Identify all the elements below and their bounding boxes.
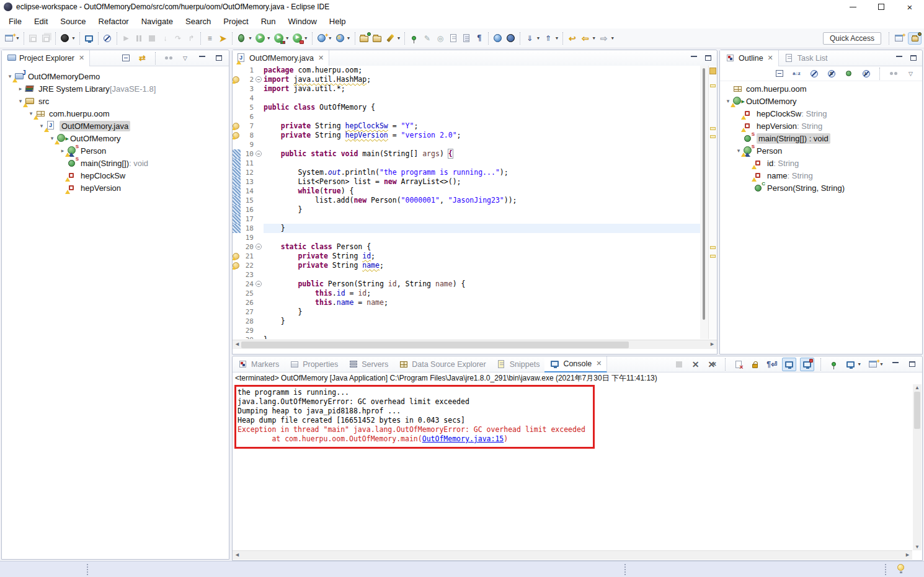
outline-minimize-button[interactable] bbox=[894, 53, 904, 63]
show-stdout-button[interactable] bbox=[782, 358, 796, 371]
menu-item-navigate[interactable]: Navigate bbox=[135, 15, 179, 28]
maximize-button[interactable] bbox=[867, 0, 895, 14]
last-edit-location-button[interactable]: ↩ bbox=[566, 32, 579, 45]
fold-collapse-icon[interactable] bbox=[255, 281, 262, 287]
scroll-right-icon[interactable]: ► bbox=[905, 552, 910, 558]
explorer-item-hepclocksw[interactable]: hepClockSw bbox=[2, 169, 229, 182]
web-services-button[interactable]: S▼ bbox=[334, 32, 352, 45]
clear-console-button[interactable] bbox=[732, 358, 745, 371]
tab-editor-outofmemory-java[interactable]: J OutOfMemory.java ✕ bbox=[233, 50, 329, 66]
code-line-29[interactable]: 29 bbox=[233, 326, 700, 335]
code-line-21[interactable]: 21 private String id; bbox=[233, 252, 700, 261]
code-line-2[interactable]: 2import java.util.HashMap; bbox=[233, 75, 700, 84]
scroll-up-icon[interactable]: ▲ bbox=[915, 385, 920, 390]
hide-non-public-button[interactable] bbox=[842, 68, 855, 80]
search-button[interactable]: ▼ bbox=[384, 32, 402, 45]
code-line-10[interactable]: 10 public static void main(String[] args… bbox=[233, 149, 700, 159]
user-account-button[interactable]: ▼ bbox=[58, 32, 77, 45]
dropdown-arrow-icon[interactable]: ▼ bbox=[285, 36, 290, 40]
save-button[interactable] bbox=[27, 32, 40, 45]
dropdown-arrow-icon[interactable]: ▼ bbox=[857, 362, 861, 366]
collapse-all-button[interactable] bbox=[119, 52, 132, 64]
code-line-16[interactable]: 16 } bbox=[233, 205, 700, 214]
code-line-11[interactable]: 11 bbox=[233, 159, 700, 168]
explorer-item-hepversion[interactable]: hepVersion bbox=[2, 182, 229, 194]
java-ee-perspective-button[interactable] bbox=[908, 32, 922, 45]
outline-item-hepclocksw[interactable]: hepClockSw : String bbox=[720, 107, 922, 120]
code-line-20[interactable]: 20 static class Person { bbox=[233, 242, 700, 252]
terminal-button[interactable] bbox=[82, 32, 96, 45]
tab-markers[interactable]: Markers bbox=[233, 356, 284, 372]
editor-overview-ruler[interactable] bbox=[708, 66, 717, 339]
explorer-item-src[interactable]: ▾src bbox=[2, 95, 229, 107]
lightbulb-icon[interactable] bbox=[897, 564, 904, 571]
filters-button[interactable] bbox=[162, 52, 175, 64]
tab-task-list[interactable]: Task List bbox=[779, 50, 833, 66]
console-output[interactable]: the programm is running...java.lang.OutO… bbox=[233, 384, 912, 550]
word-wrap-button[interactable]: ¶⏎ bbox=[765, 358, 778, 371]
ruler-warning-mark[interactable] bbox=[710, 127, 716, 130]
editor-maximize-button[interactable] bbox=[703, 53, 713, 63]
run-history-button[interactable]: ≡ bbox=[203, 32, 216, 45]
hide-fields-button[interactable] bbox=[807, 68, 820, 80]
maximize-button[interactable] bbox=[905, 358, 918, 371]
step-return-button[interactable]: ↱ bbox=[185, 32, 198, 45]
code-line-13[interactable]: 13 List<Person> list = new ArrayList<>()… bbox=[233, 177, 700, 187]
minimize-button[interactable] bbox=[838, 0, 867, 14]
run-button[interactable]: ▼ bbox=[254, 32, 272, 45]
filters-button[interactable] bbox=[887, 68, 900, 80]
link-editor-button[interactable]: ⇄ bbox=[136, 52, 149, 64]
code-line-18[interactable]: 18 } bbox=[233, 224, 700, 233]
suspend-button[interactable] bbox=[133, 32, 146, 45]
dropdown-arrow-icon[interactable]: ▼ bbox=[554, 36, 559, 40]
new-button[interactable]: +▼ bbox=[2, 32, 21, 45]
report-bug-button[interactable] bbox=[504, 32, 517, 45]
sort-button[interactable]: a↓z bbox=[790, 68, 803, 80]
code-line-28[interactable]: 28 } bbox=[233, 317, 700, 326]
view-menu-button[interactable]: ▽ bbox=[904, 68, 917, 80]
documentation-button[interactable] bbox=[460, 32, 473, 45]
chevron-collapsed-icon[interactable]: ▸ bbox=[16, 86, 25, 92]
profile-button[interactable]: ▼ bbox=[291, 32, 309, 45]
editor-tab-close-icon[interactable]: ✕ bbox=[318, 54, 324, 62]
code-line-12[interactable]: 12 System.out.println("the programm is r… bbox=[233, 168, 700, 177]
dropdown-arrow-icon[interactable]: ▼ bbox=[267, 36, 271, 40]
menu-item-help[interactable]: Help bbox=[323, 15, 352, 28]
tab-outline[interactable]: Outline✕ bbox=[720, 50, 779, 66]
outline-item-person[interactable]: ▾SPerson bbox=[720, 144, 922, 157]
terminate-button[interactable] bbox=[146, 32, 159, 45]
remove-all-terminated-button[interactable]: ✕✕ bbox=[706, 358, 719, 371]
code-line-7[interactable]: 7 private String hepClockSw = "Y"; bbox=[233, 121, 700, 131]
menu-item-source[interactable]: Source bbox=[54, 15, 92, 28]
console-horizontal-scrollbar[interactable]: ◄ ► bbox=[233, 550, 912, 560]
fold-collapse-icon[interactable] bbox=[255, 244, 262, 250]
forward-button[interactable]: ⇨▼ bbox=[597, 32, 616, 45]
open-console-button[interactable]: +▼ bbox=[866, 358, 885, 371]
explorer-item-outofmemory[interactable]: ▾▶OutOfMemory bbox=[2, 132, 229, 144]
show-stderr-button[interactable] bbox=[800, 358, 814, 371]
step-into-button[interactable]: ↓ bbox=[159, 32, 172, 45]
tab-servers[interactable]: Servers bbox=[343, 356, 393, 372]
terminate-button[interactable] bbox=[672, 358, 685, 371]
dropdown-arrow-icon[interactable]: ▼ bbox=[879, 362, 884, 366]
debug-button[interactable]: ▼ bbox=[235, 32, 254, 45]
open-web-browser-button[interactable] bbox=[491, 32, 504, 45]
outline-item-person-string-string-[interactable]: CPerson(String, String) bbox=[720, 182, 922, 194]
scroll-down-icon[interactable]: ▼ bbox=[915, 544, 920, 550]
explorer-item-person[interactable]: ▸SPerson bbox=[2, 144, 229, 157]
pin-editor-button[interactable] bbox=[407, 32, 420, 45]
code-line-30[interactable]: 30} bbox=[233, 335, 700, 339]
editor-horizontal-scrollbar[interactable]: ◄ ► bbox=[233, 340, 717, 349]
collapse-all-button[interactable] bbox=[773, 68, 786, 80]
code-line-27[interactable]: 27 } bbox=[233, 307, 700, 317]
pin-console-button[interactable] bbox=[827, 358, 840, 371]
remove-launch-button[interactable]: ✕ bbox=[689, 358, 702, 371]
code-line-14[interactable]: 14 while(true) { bbox=[233, 187, 700, 196]
display-console-button[interactable]: ▼ bbox=[844, 358, 863, 371]
fold-collapse-icon[interactable] bbox=[255, 151, 262, 157]
dropdown-arrow-icon[interactable]: ▼ bbox=[536, 36, 540, 40]
menu-item-search[interactable]: Search bbox=[179, 15, 217, 28]
dropdown-arrow-icon[interactable]: ▼ bbox=[610, 36, 615, 40]
menu-item-refactor[interactable]: Refactor bbox=[92, 15, 135, 28]
code-line-4[interactable]: 4 bbox=[233, 94, 700, 103]
